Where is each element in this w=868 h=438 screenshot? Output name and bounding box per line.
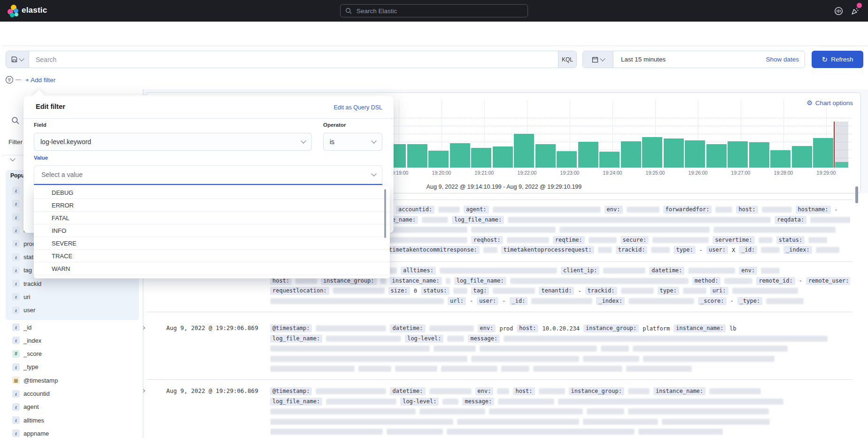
sidebar-field-timestamp[interactable]: ▦@timestamp	[2, 376, 143, 384]
doc-field-chip: uri:	[710, 287, 728, 295]
value-combobox-input[interactable]	[40, 170, 372, 179]
histogram-bar[interactable]	[685, 140, 705, 168]
refresh-icon: ↻	[822, 55, 828, 64]
sidebar-field-index[interactable]: t_index	[2, 336, 143, 345]
saved-query-icon	[11, 56, 17, 62]
histogram-bar[interactable]	[728, 141, 748, 168]
redacted-value	[270, 366, 355, 372]
time-range-value[interactable]: Last 15 minutes	[613, 51, 760, 68]
sidebar-field-user[interactable]: tuser	[2, 306, 143, 315]
current-time-partial-bucket	[835, 122, 848, 168]
doc-row-line	[270, 407, 850, 416]
chart-options-button[interactable]: ⚙ Chart options	[806, 99, 853, 107]
chevron-down-icon	[600, 56, 605, 61]
field-search-icon	[11, 116, 19, 124]
redacted-value	[709, 388, 761, 394]
page-scrollbar-thumb[interactable]	[855, 186, 858, 203]
histogram-bar[interactable]	[813, 138, 833, 168]
field-name: @timestamp	[23, 377, 58, 384]
redacted-value	[457, 419, 579, 425]
sidebar-field-accountid[interactable]: taccountid	[2, 390, 143, 398]
sidebar-field-trackid[interactable]: ttrackid	[2, 279, 143, 288]
kql-query-input[interactable]	[29, 51, 558, 68]
popover-divider	[23, 118, 394, 119]
gear-icon: ⚙	[806, 99, 813, 107]
redacted-value	[419, 408, 485, 415]
histogram-bar[interactable]	[493, 146, 513, 168]
help-icon[interactable]	[834, 7, 843, 15]
sidebar-field-type[interactable]: t_type	[2, 363, 143, 371]
doc-row-line: @timestamp:datetime:env:prodhost:10.0.20…	[270, 324, 850, 333]
doc-field-chip: @timestamp:	[270, 387, 312, 395]
histogram-bar[interactable]	[557, 151, 577, 168]
histogram-bar[interactable]	[471, 148, 491, 168]
sidebar-field-id[interactable]: t_id	[2, 323, 143, 331]
global-search-bar[interactable]	[340, 4, 528, 17]
doc-row-line	[270, 344, 850, 353]
histogram-bar[interactable]	[706, 144, 727, 168]
redacted-value	[501, 366, 529, 372]
doc-field-chip: _index:	[783, 246, 812, 254]
value-option-fatal[interactable]: FATAL	[34, 212, 390, 224]
histogram-bar[interactable]	[792, 146, 812, 168]
sidebar-field-agent[interactable]: tagent	[2, 403, 143, 411]
redacted-value	[628, 408, 769, 415]
edit-as-query-dsl-link[interactable]: Edit as Query DSL	[333, 104, 382, 111]
histogram-bar[interactable]	[428, 151, 449, 168]
sidebar-field-uri[interactable]: turi	[2, 292, 143, 301]
collapse-fields-chevron-icon[interactable]	[10, 156, 15, 161]
filter-icon[interactable]	[5, 76, 14, 84]
filter-pin-divider	[16, 79, 21, 80]
redacted-value	[732, 288, 798, 294]
dropdown-scrollbar-thumb[interactable]	[384, 189, 386, 238]
newsfeed-icon[interactable]	[850, 7, 860, 16]
histogram-bar[interactable]	[514, 134, 534, 168]
app-toolbar	[2, 22, 868, 46]
histogram-bar[interactable]	[770, 150, 790, 168]
doc-field-value: -	[502, 298, 505, 304]
histogram-bar[interactable]	[599, 152, 620, 168]
histogram-bar[interactable]	[664, 138, 684, 168]
redacted-value	[628, 388, 650, 394]
histogram-bar[interactable]	[749, 142, 769, 168]
saved-query-menu-button[interactable]	[6, 51, 29, 68]
doc-field-value: -	[470, 298, 473, 304]
sidebar-field-score[interactable]: #_score	[2, 350, 143, 358]
histogram-bar[interactable]	[450, 143, 470, 168]
field-name: uri	[23, 293, 30, 300]
doc-row-line	[270, 427, 850, 436]
value-option-severe[interactable]: SEVERE	[34, 237, 390, 250]
redacted-value	[633, 346, 788, 352]
value-combobox[interactable]	[34, 165, 382, 185]
text-field-icon: t	[12, 307, 20, 314]
doc-field-value: 10.0.20.234	[542, 325, 579, 332]
sidebar-field-alltimes[interactable]: talltimes	[2, 416, 143, 424]
histogram-bar[interactable]	[407, 144, 427, 168]
value-option-trace[interactable]: TRACE	[34, 250, 390, 262]
value-option-info[interactable]: INFO	[34, 224, 390, 237]
sidebar-field-appname[interactable]: tappname	[2, 429, 143, 438]
doc-row-line	[270, 354, 850, 363]
elastic-logo-icon	[7, 4, 21, 18]
redacted-value	[651, 247, 670, 253]
global-search-input[interactable]	[356, 7, 517, 15]
value-option-warn[interactable]: WARN	[34, 262, 390, 275]
histogram-bar[interactable]	[621, 141, 641, 168]
redacted-value	[688, 268, 735, 274]
operator-select[interactable]: is	[323, 133, 382, 151]
field-select[interactable]: log-level.keyword	[34, 133, 312, 151]
date-picker-menu-button[interactable]	[583, 51, 613, 68]
histogram-bar[interactable]	[642, 137, 662, 168]
histogram-bar[interactable]	[535, 144, 556, 168]
doc-row-line: log_file_name:log-level:message:	[270, 397, 850, 406]
redacted-value	[422, 217, 448, 223]
refresh-button[interactable]: ↻ Refresh	[812, 51, 863, 68]
add-filter-link[interactable]: + Add filter	[25, 77, 55, 84]
doc-field-chip: datetime:	[390, 324, 425, 332]
show-dates-link[interactable]: Show dates	[760, 51, 805, 68]
value-option-error[interactable]: ERROR	[34, 199, 390, 212]
kql-badge[interactable]: KQL	[558, 51, 576, 68]
histogram-bar[interactable]	[578, 142, 598, 168]
redacted-value	[713, 227, 836, 233]
value-option-debug[interactable]: DEBUG	[34, 186, 390, 199]
